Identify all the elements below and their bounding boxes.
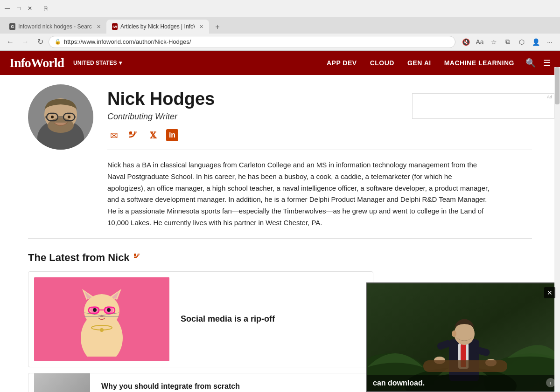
tab-infoworld-label: Articles by Nick Hodges | InfoWo...	[120, 23, 195, 30]
svg-point-44	[452, 330, 456, 337]
article-title-1: Social media is a rip-off	[181, 313, 275, 325]
address-bar: ← → ↻ 🔒 https://www.infoworld.com/author…	[0, 34, 560, 50]
ad-banner: Ad	[412, 93, 554, 119]
video-scene: can download. i	[367, 283, 559, 391]
svg-point-15	[84, 294, 119, 328]
tab-search-label: infoworld nick hodges - Search	[18, 23, 92, 30]
tab-infoworld-close[interactable]: ✕	[199, 24, 203, 30]
tab-search-favicon: G	[9, 23, 15, 30]
nav-genai[interactable]: GEN AI	[407, 59, 431, 67]
lock-icon: 🔒	[55, 39, 61, 45]
author-avatar-image	[28, 84, 93, 150]
svg-point-9	[51, 116, 54, 118]
main-navigation: APP DEV CLOUD GEN AI MACHINE LEARNING	[327, 59, 514, 67]
maximize-button[interactable]: □	[15, 5, 22, 12]
article-card-1[interactable]: Social media is a rip-off	[28, 271, 373, 367]
social-icons: ✉ 𝕏 in	[107, 129, 532, 150]
extensions-button[interactable]: ⬡	[515, 35, 528, 48]
split-view-button[interactable]: ⧉	[501, 35, 514, 48]
site-logo[interactable]: InfoWorld	[9, 55, 64, 70]
url-text: https://www.infoworld.com/author/Nick-Ho…	[64, 38, 191, 45]
article-title-2: Why you should integrate from scratch	[101, 381, 240, 392]
hamburger-menu-icon[interactable]: ☰	[543, 58, 551, 68]
linkedin-icon[interactable]: in	[166, 129, 178, 141]
svg-point-33	[100, 328, 104, 332]
search-icon[interactable]: 🔍	[525, 58, 536, 68]
ad-label: Ad	[547, 95, 552, 99]
rss-icon[interactable]	[127, 129, 140, 142]
tab-infoworld-favicon: IW	[112, 23, 118, 30]
new-tab-button[interactable]: +	[211, 21, 224, 34]
region-chevron-icon: ▾	[119, 60, 122, 66]
latest-rss-icon[interactable]	[133, 253, 141, 262]
back-button[interactable]: ←	[4, 35, 17, 48]
ad-container: Ad	[412, 93, 554, 119]
close-button[interactable]: ✕	[26, 5, 34, 12]
minimize-button[interactable]: —	[4, 5, 11, 12]
latest-heading: The Latest from Nick	[28, 252, 532, 264]
svg-rect-12	[134, 254, 136, 256]
nav-appdev[interactable]: APP DEV	[327, 59, 357, 67]
cat-image	[34, 277, 169, 357]
region-label: UNITED STATES	[73, 60, 117, 66]
nav-machine-learning[interactable]: MACHINE LEARNING	[444, 59, 514, 67]
address-actions: 🔇 Aa ☆ ⧉ ⬡ 👤 ···	[459, 35, 556, 48]
svg-point-26	[107, 308, 111, 312]
svg-point-10	[68, 116, 70, 118]
header-icons: 🔍 ☰	[525, 58, 551, 68]
tabs-bar: G infoworld nick hodges - Search ✕ IW Ar…	[0, 17, 560, 34]
article-card-2[interactable]: Why you should integrate from scratch	[28, 373, 373, 392]
scrollbar-thumb[interactable]	[555, 67, 560, 104]
svg-rect-49	[423, 360, 507, 372]
svg-point-43	[454, 323, 475, 345]
browser-title-bar: — □ ✕ ⎘ G infoworld nick hodges - Search…	[0, 0, 560, 51]
twitter-icon[interactable]: 𝕏	[147, 129, 160, 142]
video-text-bar: can download.	[367, 375, 559, 391]
svg-point-25	[93, 308, 97, 312]
refresh-button[interactable]: ↻	[34, 35, 47, 48]
scrollbar[interactable]	[554, 67, 560, 392]
site-header: InfoWorld UNITED STATES ▾ APP DEV CLOUD …	[0, 51, 560, 75]
window-controls[interactable]: — □ ✕	[4, 5, 34, 12]
video-overlay: ✕	[366, 282, 560, 392]
cat-thumbnail	[34, 277, 169, 361]
video-info-button[interactable]: i	[546, 378, 555, 387]
url-input[interactable]: 🔒 https://www.infoworld.com/author/Nick-…	[49, 36, 455, 48]
settings-button[interactable]: ···	[543, 35, 556, 48]
video-close-button[interactable]: ✕	[544, 287, 555, 298]
mute-button[interactable]: 🔇	[459, 35, 472, 48]
sidebar-toggle-button[interactable]: ⎘	[39, 2, 52, 15]
read-mode-button[interactable]: Aa	[473, 35, 486, 48]
profile-button[interactable]: 👤	[529, 35, 542, 48]
region-selector[interactable]: UNITED STATES ▾	[73, 60, 122, 66]
author-avatar	[28, 84, 93, 150]
article-thumb-2	[34, 373, 90, 392]
tab-search[interactable]: G infoworld nick hodges - Search ✕	[4, 20, 106, 34]
video-caption-text: can download.	[373, 379, 425, 387]
favorites-button[interactable]: ☆	[487, 35, 500, 48]
forward-button[interactable]: →	[19, 35, 32, 48]
author-bio: Nick has a BA in classical languages fro…	[107, 159, 490, 229]
tab-search-close[interactable]: ✕	[97, 24, 101, 30]
latest-heading-text: The Latest from Nick	[28, 252, 130, 264]
svg-rect-11	[129, 131, 132, 134]
tab-infoworld[interactable]: IW Articles by Nick Hodges | InfoWo... ✕	[106, 20, 209, 34]
nav-cloud[interactable]: CLOUD	[370, 59, 394, 67]
email-icon[interactable]: ✉	[107, 129, 120, 142]
article-thumb-1	[34, 277, 169, 361]
